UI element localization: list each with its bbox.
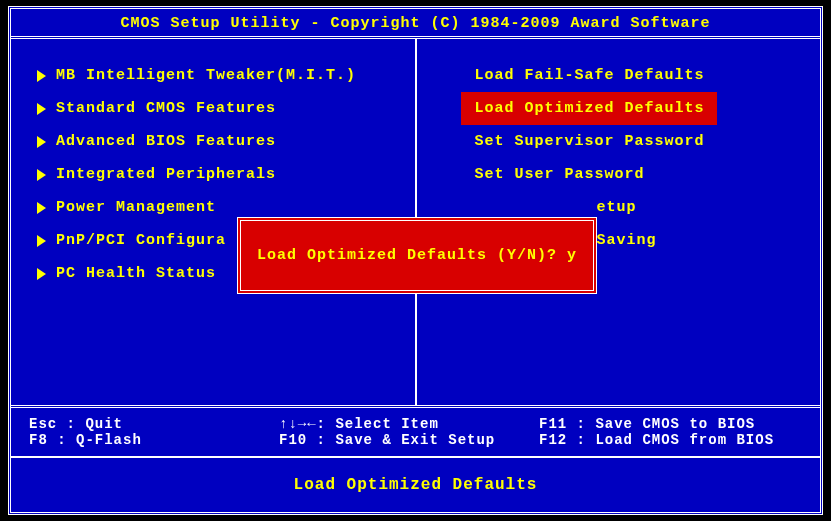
menu-label: Set User Password [475, 166, 645, 183]
key-f12: F12 : Load CMOS from BIOS [539, 432, 802, 448]
menu-label: PnP/PCI Configura [56, 232, 226, 249]
triangle-right-icon [37, 202, 46, 214]
menu-label: Standard CMOS Features [56, 100, 276, 117]
menu-item-load-optimized[interactable]: Load Optimized Defaults [461, 92, 717, 125]
menu-label: Advanced BIOS Features [56, 133, 276, 150]
triangle-right-icon [37, 235, 46, 247]
menu-item-user-password[interactable]: Set User Password [437, 158, 811, 191]
menu-label: etup [597, 199, 637, 216]
menu-label: Load Fail-Safe Defaults [475, 67, 705, 84]
triangle-right-icon [37, 169, 46, 181]
menu-item-integrated-peripherals[interactable]: Integrated Peripherals [31, 158, 405, 191]
menu-item-mit[interactable]: MB Intelligent Tweaker(M.I.T.) [31, 59, 405, 92]
menu-label: Saving [597, 232, 657, 249]
menu-item-supervisor-password[interactable]: Set Supervisor Password [437, 125, 811, 158]
key-row-2: F8 : Q-Flash F10 : Save & Exit Setup F12… [29, 432, 802, 448]
menu-label: Integrated Peripherals [56, 166, 276, 183]
header-title: CMOS Setup Utility - Copyright (C) 1984-… [11, 9, 820, 36]
menu-label: Set Supervisor Password [475, 133, 705, 150]
key-row-1: Esc : Quit ↑↓→←: Select Item F11 : Save … [29, 416, 802, 432]
footer-keys: Esc : Quit ↑↓→←: Select Item F11 : Save … [11, 408, 820, 458]
key-f10: F10 : Save & Exit Setup [279, 432, 539, 448]
menu-label: Power Management [56, 199, 216, 216]
key-f11: F11 : Save CMOS to BIOS [539, 416, 802, 432]
dialog-text: Load Optimized Defaults (Y/N)? y [257, 247, 577, 264]
menu-item-standard-cmos[interactable]: Standard CMOS Features [31, 92, 405, 125]
triangle-right-icon [37, 136, 46, 148]
key-arrows: ↑↓→←: Select Item [279, 416, 539, 432]
triangle-right-icon [37, 268, 46, 280]
menu-item-advanced-bios[interactable]: Advanced BIOS Features [31, 125, 405, 158]
menu-item-load-failsafe[interactable]: Load Fail-Safe Defaults [437, 59, 811, 92]
footer-description: Load Optimized Defaults [11, 458, 820, 512]
key-esc: Esc : Quit [29, 416, 279, 432]
key-f8: F8 : Q-Flash [29, 432, 279, 448]
triangle-right-icon [37, 70, 46, 82]
triangle-right-icon [37, 103, 46, 115]
menu-label: MB Intelligent Tweaker(M.I.T.) [56, 67, 356, 84]
menu-label: Load Optimized Defaults [475, 100, 705, 117]
bios-screen: CMOS Setup Utility - Copyright (C) 1984-… [8, 6, 823, 515]
confirm-dialog[interactable]: Load Optimized Defaults (Y/N)? y [237, 217, 597, 294]
menu-label: PC Health Status [56, 265, 216, 282]
